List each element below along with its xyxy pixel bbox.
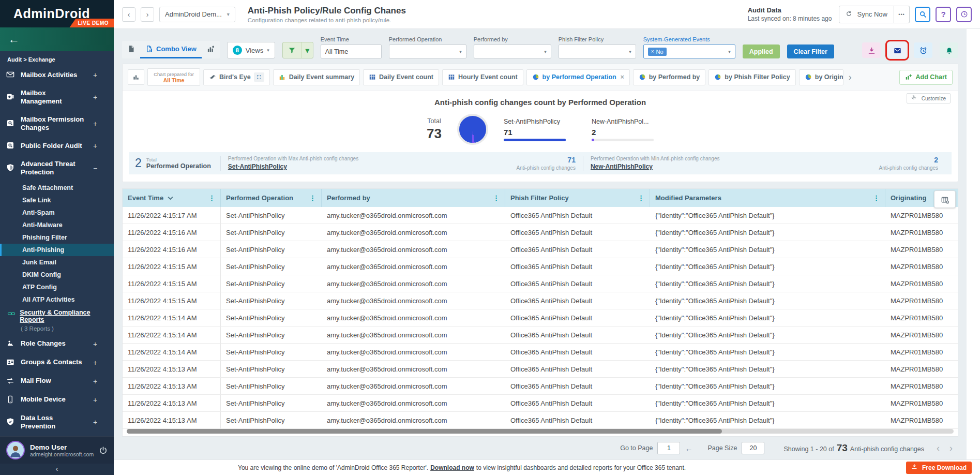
views-dropdown[interactable]: 8 Views ▾ [227,42,275,58]
table-row[interactable]: 11/26/2022 4:15:13 AM Set-AntiPhishPolic… [123,361,958,378]
column-menu-icon[interactable]: ⋮ [638,194,644,202]
filter-funnel-button[interactable] [283,42,301,58]
customize-button[interactable]: Customize [907,93,951,103]
sidebar-subitem-safe-attachment[interactable]: Safe Attachment [0,182,114,194]
table-row[interactable]: 11/26/2022 4:15:15 AM Set-AntiPhishPolic… [123,258,958,275]
avatar[interactable] [6,441,25,459]
expand-icon[interactable] [254,72,264,82]
schedule-button[interactable] [914,42,932,58]
scrollbar-thumb[interactable] [127,429,722,434]
workspace-select[interactable]: AdminDroid Dem... ▾ [159,7,235,22]
chart-tab-daily-event-summary[interactable]: Daily Event summary [273,69,360,85]
goto-page-input[interactable] [657,442,680,454]
prev-page-button[interactable]: ‹ [934,443,942,454]
pie-chart[interactable] [457,114,488,145]
sort-descending-icon[interactable] [167,194,174,202]
performed-operation-select[interactable]: ▾ [389,44,466,58]
table-row[interactable]: 11/26/2022 4:15:15 AM Set-AntiPhishPolic… [123,292,958,309]
clear-filter-button[interactable]: Clear Filter [787,44,834,58]
history-forward-button[interactable]: › [141,7,154,22]
free-download-button[interactable]: Free Download [906,462,972,474]
expand-toggle-icon[interactable]: + [93,377,97,385]
filter-chip-no[interactable]: × No [648,48,667,56]
alerts-button[interactable] [940,42,958,58]
horizontal-scrollbar[interactable] [127,429,954,434]
column-menu-icon[interactable]: ⋮ [309,194,316,202]
expand-toggle-icon[interactable]: + [93,359,97,367]
expand-toggle-icon[interactable]: + [93,71,97,79]
sidebar-subitem-all-atp-activities[interactable]: All ATP Activities [0,293,114,306]
goto-page-apply-icon[interactable]: ← [685,444,692,453]
expand-toggle-icon[interactable]: + [93,120,97,128]
expand-toggle-icon[interactable]: + [93,396,97,404]
sidebar-subitem-anti-phishing[interactable]: Anti-Phishing [0,244,114,256]
table-row[interactable]: 11/26/2022 4:15:16 AM Set-AntiPhishPolic… [123,241,958,258]
chart-tab-by-performed-operation[interactable]: by Performed Operation × [526,69,630,85]
performed-by-select[interactable]: ▾ [474,44,551,58]
applied-button[interactable]: Applied [743,44,780,58]
expand-toggle-icon[interactable]: − [93,164,97,172]
column-menu-icon[interactable]: ⋮ [493,194,500,202]
column-settings-button[interactable] [934,190,956,208]
export-download-button[interactable] [862,42,881,58]
table-row[interactable]: 11/26/2022 4:15:17 AM Set-AntiPhishPolic… [123,207,958,224]
column-header-modified-parameters[interactable]: Modified Parameters ⋮ [650,189,885,207]
back-arrow-icon[interactable]: ← [8,33,20,46]
sidebar-subitem-phishing-filter[interactable]: Phishing Filter [0,231,114,244]
sidebar-item-public-folder-audit[interactable]: Public Folder Audit + [0,137,114,155]
sidebar-item-role-changes[interactable]: Role Changes + [0,335,114,353]
sidebar-item-mail-flow[interactable]: Mail Flow + [0,372,114,391]
history-clock-button[interactable] [956,7,972,22]
close-icon[interactable]: × [621,73,624,81]
legend-item-max[interactable]: Set-AntiPhishPolicy 71 [504,118,566,141]
sidebar-item-mailbox-activities[interactable]: Mailbox Activities + [0,66,114,84]
next-page-button[interactable]: › [947,443,955,454]
download-now-link[interactable]: Download now [430,464,474,471]
sidebar-subitem-atp-config[interactable]: ATP Config [0,281,114,293]
table-row[interactable]: 11/26/2022 4:15:13 AM Set-AntiPhishPolic… [123,378,958,395]
chart-list-button[interactable] [128,69,144,85]
chip-remove-icon[interactable]: × [651,49,654,54]
table-row[interactable]: 11/26/2022 4:15:15 AM Set-AntiPhishPolic… [123,275,958,292]
table-row[interactable]: 11/26/2022 4:15:14 AM Set-AntiPhishPolic… [123,326,958,344]
history-back-button[interactable]: ‹ [122,7,135,22]
column-menu-icon[interactable]: ⋮ [873,194,880,202]
search-button[interactable] [915,7,930,22]
page-size-input[interactable] [742,442,764,454]
column-header-performed-by[interactable]: Performed by ⋮ [322,189,505,207]
table-row[interactable]: 11/26/2022 4:15:16 AM Set-AntiPhishPolic… [123,224,958,241]
chart-tab-by-performed-by[interactable]: by Performed by [633,69,706,85]
sidebar-item-mailbox-management[interactable]: Mailbox Management + [0,84,114,111]
chart-tab-daily-event-count[interactable]: Daily Event count [363,69,439,85]
column-header-event-time[interactable]: Event Time ⋮ [123,189,221,207]
event-time-value[interactable]: All Time [321,44,382,58]
filter-options-caret[interactable]: ▾ [301,42,313,58]
sidebar-subitem-safe-link[interactable]: Safe Link [0,194,114,206]
sidebar-item-mailbox-permission-changes[interactable]: Mailbox Permission Changes + [0,111,114,137]
column-header-phish-filter-policy[interactable]: Phish Filter Policy ⋮ [505,189,650,207]
chart-tab-by-phish-filter-policy[interactable]: by Phish Filter Policy [708,69,795,85]
chart-tab-bird-s-eye[interactable]: Bird's Eye [203,69,270,85]
add-chart-button[interactable]: Add Chart [899,70,953,85]
phish-filter-policy-select[interactable]: ▾ [559,44,636,58]
sidebar-item-advanced-threat-protection[interactable]: Advanced Threat Protection − [0,155,114,182]
max-operation-link[interactable]: Set-AntiPhishPolicy [228,163,287,170]
min-operation-link[interactable]: New-AntiPhishPolicy [591,163,653,170]
legend-item-min[interactable]: New-AntiPhishPol... 2 [592,118,654,141]
chart-tab-hourly-event-count[interactable]: Hourly Event count [442,69,523,85]
sidebar-subitem-anti-malware[interactable]: Anti-Malware [0,219,114,231]
sidebar-subitem-junk-email[interactable]: Junk Email [0,256,114,269]
sidebar-item-security-compliance-reports[interactable]: Security & Compliance Reports [0,306,114,324]
email-report-button[interactable] [888,42,907,58]
column-menu-icon[interactable]: ⋮ [208,194,215,202]
help-button[interactable]: ? [936,7,951,22]
sidebar-item-data-loss-prevention[interactable]: Data Loss Prevention + [0,409,114,436]
sidebar-subitem-anti-spam[interactable]: Anti-Spam [0,206,114,219]
sync-now-button[interactable]: Sync Now [839,6,894,23]
table-row[interactable]: 11/26/2022 4:15:13 AM Set-AntiPhishPolic… [123,395,958,412]
tabs-scroll-right-icon[interactable]: › [847,72,854,83]
more-options-button[interactable]: ••• [894,6,910,23]
system-events-select[interactable]: × No ▾ [643,44,735,58]
column-header-performed-operation[interactable]: Performed Operation ⋮ [221,189,322,207]
sidebar-item-mobile-device[interactable]: Mobile Device + [0,391,114,409]
